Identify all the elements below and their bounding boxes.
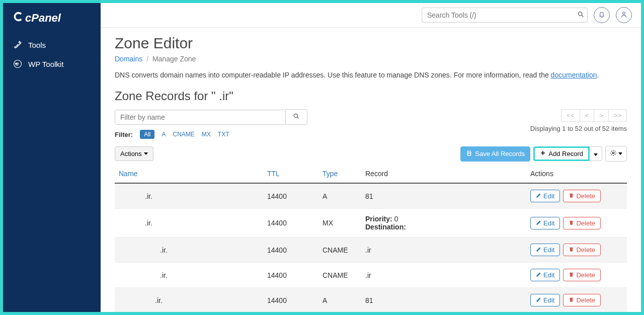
cell-name: .ir. <box>115 263 263 288</box>
table-row: .ir.14400MXPriority: 0Destination: EditD… <box>115 209 627 238</box>
trash-icon <box>569 219 574 227</box>
delete-button[interactable]: Delete <box>563 190 601 202</box>
trash-icon <box>569 271 574 279</box>
search-icon <box>293 114 300 121</box>
edit-button[interactable]: Edit <box>530 190 560 202</box>
notifications-button[interactable] <box>594 7 610 23</box>
sidebar-item-label: WP Toolkit <box>28 60 63 68</box>
cell-type: CNAME <box>318 263 361 288</box>
filter-type-mx[interactable]: MX <box>202 131 211 138</box>
cell-ttl: 14400 <box>263 263 318 288</box>
cell-ttl: 14400 <box>263 238 318 263</box>
filter-caption: Filter: <box>115 131 133 138</box>
pencil-icon <box>536 271 541 279</box>
pencil-icon <box>536 219 541 227</box>
sidebar-item-wp-toolkit[interactable]: WP Toolkit <box>3 54 101 73</box>
breadcrumb-current: Manage Zone <box>152 55 196 63</box>
filter-type-txt[interactable]: TXT <box>218 131 229 138</box>
edit-button[interactable]: Edit <box>530 294 560 306</box>
col-type[interactable]: Type <box>318 165 361 183</box>
cell-type: CNAME <box>318 238 361 263</box>
wp-icon <box>13 59 22 68</box>
main: Zone Editor Domains / Manage Zone DNS co… <box>101 3 641 312</box>
documentation-link[interactable]: documentation <box>551 71 597 79</box>
cell-ttl: 14400 <box>263 288 318 312</box>
svg-point-3 <box>294 114 297 117</box>
zone-subtitle: Zone Records for " .ir" <box>115 89 627 103</box>
save-all-records-button[interactable]: Save All Records <box>460 146 530 162</box>
chevron-down-icon <box>144 152 148 155</box>
records-table: Name TTL Type Record Actions .ir.14400A8… <box>115 165 627 312</box>
cell-actions: EditDelete <box>526 263 627 288</box>
chevron-down-icon <box>618 152 622 155</box>
user-button[interactable] <box>616 7 632 23</box>
pager-first[interactable]: << <box>561 109 580 122</box>
breadcrumb-sep: / <box>146 55 148 63</box>
cpanel-c-icon <box>13 11 24 25</box>
cell-actions: EditDelete <box>526 183 627 209</box>
edit-button[interactable]: Edit <box>530 217 560 229</box>
pencil-icon <box>536 296 541 304</box>
pager-prev[interactable]: < <box>580 109 595 122</box>
cell-ttl: 14400 <box>263 183 318 209</box>
pager-next[interactable]: > <box>594 109 609 122</box>
col-ttl[interactable]: TTL <box>263 165 318 183</box>
cell-record: .ir <box>361 263 526 288</box>
col-name[interactable]: Name <box>115 165 263 183</box>
settings-button[interactable] <box>605 146 627 162</box>
cell-name: .ir. <box>115 238 263 263</box>
delete-button[interactable]: Delete <box>563 217 601 229</box>
chevron-down-icon <box>594 153 598 156</box>
tools-icon <box>13 40 22 49</box>
cell-name: .ir. <box>115 288 263 312</box>
bell-icon <box>598 11 606 20</box>
filter-search-button[interactable] <box>286 109 307 125</box>
topbar <box>101 3 641 28</box>
page-description: DNS converts domain names into computer-… <box>115 71 627 79</box>
col-actions: Actions <box>526 165 627 183</box>
filter-type-a[interactable]: A <box>162 131 166 138</box>
pager-info: Displaying 1 to 52 out of 52 items <box>530 125 627 132</box>
filter-type-cname[interactable]: CNAME <box>173 131 194 138</box>
brand-logo: cPanel <box>3 3 101 35</box>
brand-text: cPanel <box>25 12 61 25</box>
cell-record: 81 <box>361 183 526 209</box>
trash-icon <box>569 192 574 200</box>
svg-point-2 <box>623 12 625 15</box>
svg-point-1 <box>579 12 583 16</box>
search-icon[interactable] <box>577 11 585 20</box>
search-wrap <box>422 8 588 23</box>
search-input[interactable] <box>422 8 588 23</box>
sidebar-item-tools[interactable]: Tools <box>3 35 101 54</box>
cell-actions: EditDelete <box>526 288 627 312</box>
delete-button[interactable]: Delete <box>563 269 601 281</box>
table-row: .ir.14400A81EditDelete <box>115 288 627 312</box>
cell-type: A <box>318 183 361 209</box>
cell-type: A <box>318 288 361 312</box>
filter-all[interactable]: All <box>140 130 154 139</box>
filter-input[interactable] <box>115 110 286 125</box>
cell-name: .ir. <box>115 209 263 238</box>
add-record-button[interactable]: Add Record <box>533 146 590 161</box>
cell-actions: EditDelete <box>526 209 627 238</box>
trash-icon <box>569 296 574 304</box>
table-row: .ir.14400CNAME.irEditDelete <box>115 263 627 288</box>
pager: << < > >> Displaying 1 to 52 out of 52 i… <box>530 109 627 132</box>
cell-name: .ir. <box>115 183 263 209</box>
edit-button[interactable]: Edit <box>530 244 560 256</box>
delete-button[interactable]: Delete <box>563 244 601 256</box>
table-row: .ir.14400A81EditDelete <box>115 183 627 209</box>
cell-ttl: 14400 <box>263 209 318 238</box>
sidebar-item-label: Tools <box>28 41 46 49</box>
user-icon <box>620 11 628 20</box>
pager-last[interactable]: >> <box>608 109 627 122</box>
cell-actions: EditDelete <box>526 238 627 263</box>
breadcrumb-root[interactable]: Domains <box>115 55 142 63</box>
add-record-dropdown[interactable] <box>590 146 602 161</box>
actions-dropdown[interactable]: Actions <box>115 146 153 161</box>
plus-icon <box>540 150 546 158</box>
pencil-icon <box>536 246 541 254</box>
delete-button[interactable]: Delete <box>563 294 601 306</box>
gear-icon <box>610 149 617 158</box>
edit-button[interactable]: Edit <box>530 269 560 281</box>
